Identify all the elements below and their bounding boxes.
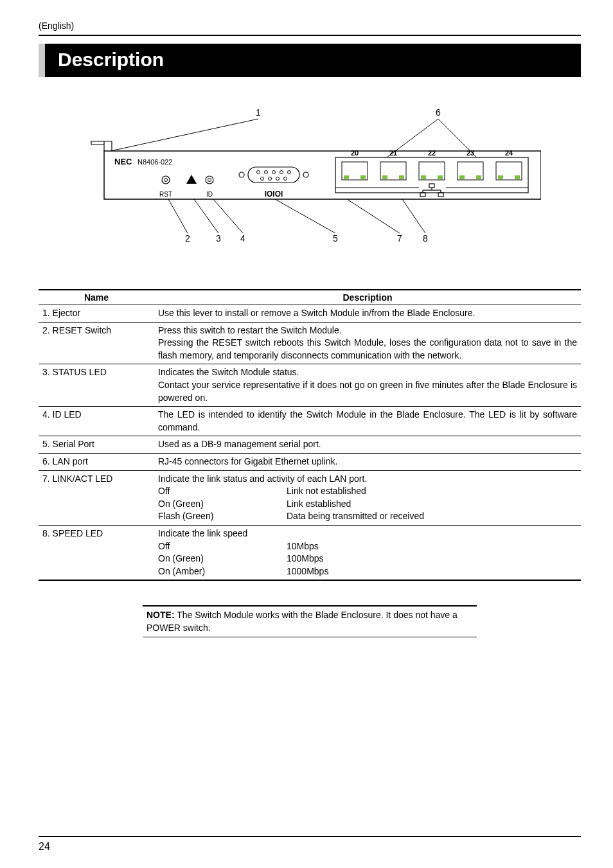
svg-text:24: 24 xyxy=(505,149,513,157)
svg-text:22: 22 xyxy=(428,149,436,157)
callout-5: 5 xyxy=(333,233,338,244)
col-name-header: Name xyxy=(39,290,154,305)
table-row-status-led: 3. STATUS LED Indicates the Switch Modul… xyxy=(39,364,581,407)
svg-rect-27 xyxy=(382,175,387,179)
col-desc-header: Description xyxy=(154,290,581,305)
svg-line-48 xyxy=(347,199,400,233)
table-row-lan-port: 6. LAN port RJ-45 connectors for Gigabit… xyxy=(39,453,581,470)
svg-rect-32 xyxy=(438,175,443,179)
serial-icon: IOIOI xyxy=(265,190,283,199)
header-rule xyxy=(39,35,581,36)
svg-rect-28 xyxy=(399,175,404,179)
svg-text:23: 23 xyxy=(466,149,474,157)
model-text: N8406-022 xyxy=(138,158,172,166)
link-led-icon xyxy=(344,175,349,179)
id-label: ID xyxy=(206,191,213,198)
svg-line-45 xyxy=(194,199,218,233)
svg-line-47 xyxy=(275,199,335,233)
callout-1: 1 xyxy=(256,107,261,118)
table-row-ejector: 1. Ejector Use this lever to install or … xyxy=(39,305,581,323)
footer-rule xyxy=(39,836,581,837)
page-title: Description xyxy=(39,44,581,77)
table-row-reset-switch: 2. RESET Switch Press this switch to res… xyxy=(39,322,581,364)
callout-6: 6 xyxy=(436,107,441,118)
callout-4: 4 xyxy=(240,233,245,244)
table-row-id-led: 4. ID LED The LED is intended to identif… xyxy=(39,407,581,436)
note-text: The Switch Module works with the Blade E… xyxy=(147,610,458,633)
svg-text:20: 20 xyxy=(351,149,359,157)
svg-line-46 xyxy=(213,199,243,233)
callout-7: 7 xyxy=(397,233,402,244)
brand-text: NEC xyxy=(114,157,132,166)
note-block: NOTE: The Switch Module works with the B… xyxy=(143,605,477,637)
module-diagram: NEC N8406-022 RST ID IOIOI xyxy=(39,103,581,251)
svg-rect-35 xyxy=(459,175,465,179)
svg-rect-36 xyxy=(476,175,481,179)
rst-label: RST xyxy=(159,191,172,198)
note-label: NOTE: xyxy=(147,610,175,620)
speed-led-icon xyxy=(360,175,366,179)
table-row-linkact-led: 7. LINK/ACT LED Indicate the link status… xyxy=(39,470,581,525)
svg-line-41 xyxy=(111,119,258,151)
callout-2: 2 xyxy=(185,233,190,244)
svg-rect-39 xyxy=(498,175,503,179)
svg-rect-31 xyxy=(421,175,426,179)
page-number: 24 xyxy=(39,841,50,853)
svg-rect-40 xyxy=(515,175,520,179)
table-row-serial-port: 5. Serial Port Used as a DB-9 management… xyxy=(39,436,581,454)
header-language: (English) xyxy=(39,21,581,31)
description-table: Name Description 1. Ejector Use this lev… xyxy=(39,289,581,581)
svg-line-44 xyxy=(168,199,188,233)
table-row-speed-led: 8. SPEED LED Indicate the link speed Off… xyxy=(39,525,581,580)
callout-3: 3 xyxy=(216,233,221,244)
callout-8: 8 xyxy=(423,233,428,244)
svg-line-49 xyxy=(402,199,425,233)
